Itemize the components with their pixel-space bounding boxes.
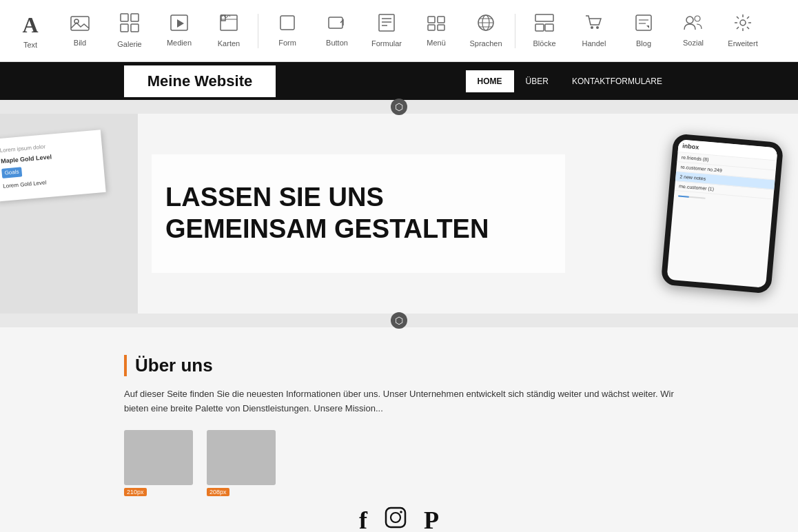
toolbar-item-blog[interactable]: Blog: [620, 5, 667, 57]
toolbar-label-text: Text: [23, 41, 37, 49]
svg-point-34: [695, 16, 700, 21]
nav-link-ueber[interactable]: ÜBER: [514, 70, 560, 92]
phone-mockup: inbox re.friends (8) re.customer no.249 …: [661, 133, 784, 294]
toolbar-label-sprachen: Sprachen: [469, 39, 502, 48]
editor-area: Meine Website HOME ÜBER KONTAKTFORMULARE…: [0, 62, 798, 532]
about-image-1: [124, 430, 193, 485]
toolbar-item-bild[interactable]: Bild: [57, 5, 103, 57]
svg-rect-18: [428, 25, 435, 30]
svg-rect-37: [678, 195, 689, 197]
toolbar-item-sozial[interactable]: Sozial: [670, 5, 717, 57]
toolbar-label-erweitert: Erweitert: [728, 39, 757, 48]
resize-btn-hero[interactable]: ⬡: [391, 312, 407, 329]
about-images: 210px 208px: [124, 430, 674, 499]
handel-icon: [585, 14, 603, 37]
hero-bg-left: Lorem ipsum dolor Maple Gold Level Goals…: [0, 114, 138, 314]
bloecke-icon: [535, 14, 554, 37]
svg-rect-4: [121, 24, 128, 32]
about-title: Über uns: [124, 355, 674, 376]
karten-icon: [220, 14, 238, 37]
toolbar-item-formular[interactable]: Formular: [363, 5, 410, 57]
text-icon: A: [22, 12, 38, 38]
bild-icon: [70, 14, 90, 36]
nav-link-kontakt[interactable]: KONTAKTFORMULARE: [560, 70, 674, 92]
svg-point-39: [391, 513, 400, 522]
hero-bg-right: inbox re.friends (8) re.customer no.249 …: [646, 114, 798, 314]
toolbar-label-bild: Bild: [74, 39, 86, 47]
site-navigation: Meine Website HOME ÜBER KONTAKTFORMULARE: [0, 62, 798, 100]
instagram-icon[interactable]: [384, 506, 407, 532]
toolbar-item-form[interactable]: Form: [264, 5, 311, 57]
form-icon: [279, 14, 296, 36]
resize-btn-nav[interactable]: ⬡: [391, 99, 407, 115]
hero-title: LASSEN SIE UNS GEMEINSAM GESTALTEN: [165, 182, 551, 245]
toolbar-item-sprachen[interactable]: Sprachen: [462, 5, 509, 57]
svg-point-33: [686, 17, 693, 23]
toolbar-item-erweitert[interactable]: Erweitert: [719, 5, 766, 57]
hero-content: LASSEN SIE UNS GEMEINSAM GESTALTEN: [152, 154, 565, 272]
toolbar-label-formular: Formular: [371, 39, 402, 48]
svg-rect-3: [131, 14, 139, 21]
toolbar-item-galerie[interactable]: Galerie: [106, 5, 153, 57]
erweitert-icon: [734, 14, 752, 37]
toolbar-item-handel[interactable]: Handel: [571, 5, 617, 57]
svg-rect-2: [121, 14, 128, 21]
svg-rect-27: [545, 24, 553, 31]
galerie-icon: [120, 13, 139, 37]
toolbar-label-medien: Medien: [167, 39, 192, 47]
toolbar-label-handel: Handel: [582, 39, 606, 48]
svg-rect-10: [280, 16, 294, 30]
toolbar-item-medien[interactable]: Medien: [156, 5, 203, 57]
svg-rect-12: [379, 14, 394, 31]
sozial-icon: [684, 14, 703, 36]
resize-handle-hero[interactable]: ⬡: [0, 314, 798, 327]
svg-point-40: [400, 511, 402, 513]
svg-rect-38: [386, 508, 405, 527]
sticky-note: Lorem ipsum dolor Maple Gold Level Goals…: [0, 130, 106, 201]
svg-point-28: [591, 26, 593, 29]
button-icon: [328, 14, 346, 36]
toolbar-label-galerie: Galerie: [117, 40, 141, 48]
toolbar: A Text Bild Galerie Medien Karten Form: [0, 0, 798, 62]
svg-rect-19: [438, 25, 444, 30]
svg-point-35: [740, 20, 746, 25]
about-image-2: [207, 430, 276, 485]
toolbar-item-menue[interactable]: Menü: [413, 5, 460, 57]
toolbar-label-form: Form: [278, 39, 296, 47]
nav-links: HOME ÜBER KONTAKTFORMULARE: [466, 70, 674, 92]
site-logo[interactable]: Meine Website: [124, 65, 276, 97]
toolbar-item-text[interactable]: A Text: [7, 5, 54, 57]
pinterest-icon[interactable]: P: [424, 506, 439, 532]
toolbar-item-button[interactable]: Button: [314, 5, 360, 57]
svg-rect-0: [71, 17, 89, 30]
medien-icon: [170, 14, 188, 36]
svg-rect-26: [535, 24, 544, 31]
image-size-label-1: 210px: [124, 488, 147, 496]
svg-rect-8: [221, 15, 237, 30]
toolbar-divider-2: [515, 14, 515, 48]
about-section: Über uns Auf dieser Seite finden Sie die…: [0, 327, 798, 532]
svg-point-29: [596, 26, 599, 29]
blog-icon: [635, 14, 653, 37]
toolbar-label-bloecke: Blöcke: [533, 39, 555, 48]
toolbar-item-karten[interactable]: Karten: [205, 5, 252, 57]
about-text: Auf dieser Seite finden Sie die neuesten…: [124, 387, 674, 416]
nav-link-home[interactable]: HOME: [466, 70, 514, 92]
toolbar-label-button: Button: [326, 39, 348, 47]
menue-icon: [427, 14, 445, 36]
toolbar-label-karten: Karten: [218, 39, 240, 48]
toolbar-label-sozial: Sozial: [683, 39, 704, 47]
svg-rect-16: [428, 17, 435, 23]
toolbar-label-blog: Blog: [636, 39, 651, 48]
phone-screen: inbox re.friends (8) re.customer no.249 …: [666, 139, 777, 288]
sprachen-icon: [477, 14, 495, 37]
toolbar-divider-1: [258, 14, 258, 48]
toolbar-item-bloecke[interactable]: Blöcke: [521, 5, 568, 57]
site-logo-text: Meine Website: [147, 72, 252, 90]
about-content: Über uns Auf dieser Seite finden Sie die…: [124, 355, 674, 532]
hero-section: Lorem ipsum dolor Maple Gold Level Goals…: [0, 114, 798, 314]
formular-icon: [378, 14, 396, 37]
svg-rect-17: [438, 17, 444, 23]
facebook-icon[interactable]: f: [359, 506, 367, 532]
resize-handle-nav[interactable]: ⬡: [0, 100, 798, 114]
